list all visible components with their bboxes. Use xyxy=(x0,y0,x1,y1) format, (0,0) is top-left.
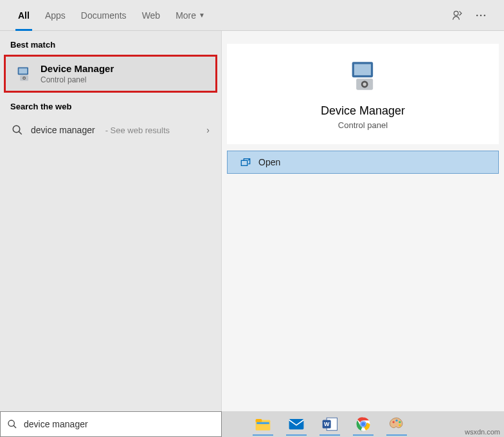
paint-icon xyxy=(388,416,405,432)
svg-point-17 xyxy=(8,420,14,426)
svg-point-15 xyxy=(363,82,366,86)
open-button[interactable]: Open xyxy=(227,151,499,174)
web-hint: - See web results xyxy=(105,126,170,135)
svg-point-30 xyxy=(393,421,395,423)
chevron-down-icon: ▼ xyxy=(199,12,205,19)
svg-rect-16 xyxy=(241,160,247,165)
taskbar: W xyxy=(222,411,504,437)
svg-point-31 xyxy=(395,420,397,422)
file-explorer-icon xyxy=(255,416,271,432)
open-icon xyxy=(240,158,251,167)
tab-documents[interactable]: Documents xyxy=(73,0,134,31)
svg-line-18 xyxy=(14,425,16,428)
tabs-right-actions xyxy=(451,9,494,22)
svg-rect-21 xyxy=(256,422,269,424)
feedback-icon[interactable] xyxy=(451,9,464,22)
preview-card: Device Manager Control panel xyxy=(227,44,499,144)
tab-more[interactable]: More▼ xyxy=(168,0,213,31)
web-result[interactable]: device manager - See web results › xyxy=(0,116,221,144)
chrome-icon xyxy=(355,416,372,432)
preview-subtitle: Control panel xyxy=(338,120,388,130)
tab-label: All xyxy=(18,10,30,21)
mail-icon xyxy=(288,416,305,432)
search-box[interactable] xyxy=(0,411,222,437)
search-icon xyxy=(7,419,17,429)
preview-column: Device Manager Control panel Open xyxy=(222,31,504,412)
device-manager-icon xyxy=(15,65,33,83)
watermark: wsxdn.com xyxy=(465,428,500,436)
tab-all[interactable]: All xyxy=(10,0,37,31)
taskbar-paint[interactable] xyxy=(382,413,411,436)
svg-point-33 xyxy=(399,424,401,426)
best-match-title: Device Manager xyxy=(40,63,114,74)
taskbar-file-explorer[interactable] xyxy=(249,413,277,436)
tab-label: Apps xyxy=(45,10,66,21)
svg-point-2 xyxy=(480,14,482,16)
taskbar-word[interactable]: W xyxy=(316,413,344,436)
svg-point-9 xyxy=(13,126,20,133)
svg-line-10 xyxy=(19,131,22,135)
svg-rect-12 xyxy=(354,64,370,75)
section-best-match: Best match xyxy=(0,31,221,55)
tab-label: Documents xyxy=(81,10,127,21)
search-input[interactable] xyxy=(24,419,215,429)
taskbar-mail[interactable] xyxy=(282,413,310,436)
windows-search-panel: All Apps Documents Web More▼ Best match … xyxy=(0,0,504,412)
svg-point-8 xyxy=(23,77,24,79)
best-match-subtitle: Control panel xyxy=(40,75,114,84)
tab-web[interactable]: Web xyxy=(134,0,168,31)
more-icon[interactable] xyxy=(474,9,487,22)
best-match-text: Device Manager Control panel xyxy=(40,63,114,84)
svg-point-3 xyxy=(484,14,486,16)
svg-rect-20 xyxy=(256,419,262,422)
svg-point-1 xyxy=(476,14,478,16)
taskbar-chrome[interactable] xyxy=(349,413,377,436)
svg-point-0 xyxy=(454,11,458,15)
results-column: Best match Device Manager Control panel … xyxy=(0,31,222,412)
tab-label: Web xyxy=(142,10,161,21)
search-icon xyxy=(12,124,23,136)
chevron-right-icon: › xyxy=(206,125,210,135)
word-icon: W xyxy=(321,416,338,432)
svg-rect-22 xyxy=(289,419,304,429)
preview-title: Device Manager xyxy=(321,104,405,118)
svg-point-32 xyxy=(399,421,401,423)
search-body: Best match Device Manager Control panel … xyxy=(0,31,504,412)
section-search-web: Search the web xyxy=(0,93,221,116)
svg-point-29 xyxy=(361,422,366,427)
web-query: device manager xyxy=(31,125,95,135)
open-label: Open xyxy=(258,157,280,167)
tab-apps[interactable]: Apps xyxy=(37,0,73,31)
tab-label: More xyxy=(176,10,196,21)
best-match-result[interactable]: Device Manager Control panel xyxy=(4,55,217,93)
tabs-bar: All Apps Documents Web More▼ xyxy=(0,0,504,31)
svg-text:W: W xyxy=(324,421,330,427)
device-manager-icon xyxy=(346,59,380,93)
svg-rect-5 xyxy=(19,68,27,73)
